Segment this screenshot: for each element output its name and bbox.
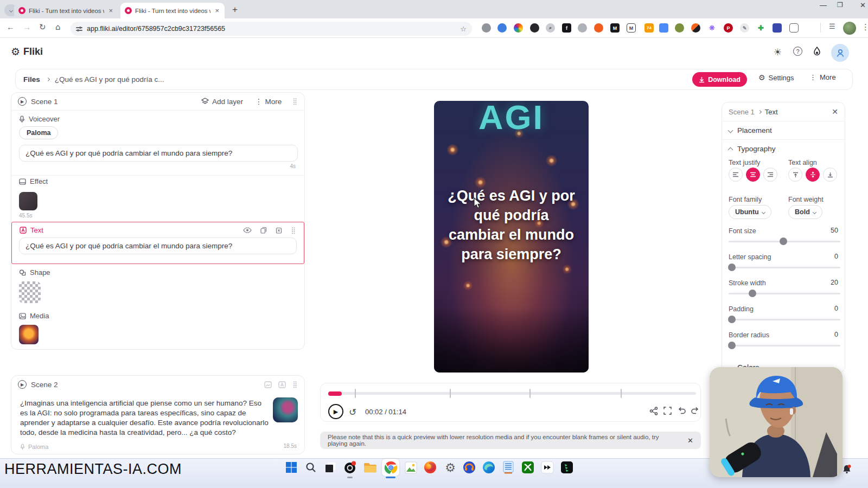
windows-start-button[interactable] <box>284 460 298 474</box>
typography-section-toggle[interactable]: Typography <box>722 140 845 158</box>
restart-icon[interactable]: ↺ <box>349 407 356 418</box>
browser-profile-avatar[interactable] <box>843 22 856 35</box>
reload-icon[interactable]: ↻ <box>39 22 46 32</box>
inspector-close-icon[interactable]: ✕ <box>832 107 838 116</box>
add-layer-button[interactable]: Add layer <box>201 98 243 106</box>
extension-icon[interactable] <box>773 23 782 33</box>
window-minimize-button[interactable]: — <box>820 1 827 9</box>
window-restore-button[interactable]: ❐ <box>837 1 843 9</box>
browser-menu-icon[interactable]: ⋮ <box>861 22 868 32</box>
scene-2-thumbnail[interactable] <box>273 397 298 422</box>
photos-app-icon[interactable] <box>404 460 418 474</box>
browser-tab[interactable]: Fliki - Turn text into videos wit × <box>14 3 118 18</box>
placement-section-toggle[interactable]: Placement <box>722 121 845 139</box>
scene-play-icon[interactable]: ▶ <box>18 97 27 106</box>
settings-button[interactable]: ⚙ Settings <box>758 73 794 82</box>
inspector-scene-crumb[interactable]: Scene 1 <box>729 108 755 116</box>
text-layer-icon[interactable] <box>278 381 286 388</box>
extension-icon[interactable] <box>594 23 603 33</box>
more-button[interactable]: ⋮ More <box>809 73 836 81</box>
shape-thumbnail[interactable] <box>19 281 41 303</box>
extension-icon[interactable] <box>482 23 491 33</box>
streak-flame-icon[interactable] <box>813 47 821 59</box>
fliki-brand[interactable]: ⚙ Fliki <box>11 46 43 57</box>
file-explorer-icon[interactable] <box>363 460 377 474</box>
extension-icon[interactable] <box>530 23 539 33</box>
delete-icon[interactable] <box>276 227 282 234</box>
drag-handle-icon[interactable]: ⣿ <box>292 381 298 388</box>
scene-2-text[interactable]: ¿Imaginas una inteligencia artificial qu… <box>20 399 271 438</box>
extension-icon[interactable]: M <box>610 23 620 33</box>
fullscreen-icon[interactable] <box>663 407 672 415</box>
media-thumbnail[interactable] <box>19 325 39 344</box>
help-icon[interactable]: ? <box>793 47 802 56</box>
notes-app-icon[interactable] <box>501 460 515 474</box>
scene-more-button[interactable]: ⋮ More <box>255 97 282 106</box>
visibility-eye-icon[interactable] <box>243 227 252 233</box>
chrome-icon[interactable] <box>384 460 398 474</box>
voiceover-text-input[interactable]: ¿Qué es AGI y por qué podría cambiar el … <box>19 145 298 162</box>
extension-icon[interactable]: ❋ <box>707 23 717 33</box>
notice-close-icon[interactable]: ✕ <box>687 436 693 445</box>
drag-handle-icon[interactable]: ⣿ <box>292 98 298 105</box>
xbox-icon[interactable] <box>521 460 535 474</box>
scene-play-icon[interactable]: ▶ <box>18 380 27 389</box>
firefox-icon[interactable] <box>423 460 437 474</box>
undo-icon[interactable] <box>678 407 686 415</box>
new-tab-button[interactable]: + <box>232 4 238 15</box>
task-view-icon[interactable] <box>323 460 337 474</box>
home-icon[interactable]: ⌂ <box>55 22 61 32</box>
extension-icon[interactable]: M <box>627 23 636 33</box>
headset-app-icon[interactable] <box>462 460 476 474</box>
align-middle-button[interactable] <box>806 168 820 182</box>
font-family-select[interactable]: Ubuntu <box>729 205 771 219</box>
extension-icon[interactable]: ✎ <box>740 23 749 33</box>
text-layer-input[interactable]: ¿Qué es AGI y por qué podría cambiar el … <box>19 237 297 254</box>
tab-close-icon[interactable]: × <box>107 7 114 15</box>
theme-toggle-icon[interactable]: ☀ <box>774 47 782 57</box>
extension-icon[interactable] <box>497 23 507 33</box>
border-radius-slider[interactable] <box>729 343 838 348</box>
edge-icon[interactable] <box>482 460 496 474</box>
breadcrumb-files[interactable]: Files <box>23 75 40 84</box>
dark-media-app-icon[interactable] <box>560 460 574 474</box>
extension-icon[interactable]: ✚ <box>756 23 765 33</box>
share-icon[interactable] <box>649 407 658 415</box>
extension-icon[interactable]: f <box>562 23 571 33</box>
text-layer-selected-box[interactable]: Text ⣿ ¿Qué es AGI y por qué podría camb… <box>11 222 304 264</box>
media-layer-icon[interactable] <box>264 381 272 388</box>
video-preview[interactable]: AGI ¿Qué es AGI y por qué podría cambiar… <box>434 101 589 373</box>
font-weight-select[interactable]: Bold <box>788 205 822 219</box>
extension-icon[interactable] <box>578 23 587 33</box>
duplicate-icon[interactable] <box>260 227 267 234</box>
back-icon[interactable]: ← <box>7 22 15 31</box>
extension-icon[interactable] <box>659 23 668 33</box>
tab-close-icon[interactable]: × <box>214 7 220 15</box>
align-top-button[interactable] <box>788 168 802 182</box>
extension-icon[interactable] <box>675 23 684 33</box>
user-avatar[interactable] <box>831 44 849 62</box>
extension-icon[interactable]: ⌕ <box>546 23 555 33</box>
address-bar[interactable]: app.fliki.ai/editor/6758957c2cb9c31723f5… <box>71 22 472 36</box>
bookmark-star-icon[interactable]: ☆ <box>460 25 467 33</box>
timeline-track[interactable] <box>328 392 696 395</box>
drag-handle-icon[interactable]: ⣿ <box>291 227 296 234</box>
taskbar-search-icon[interactable] <box>304 460 318 474</box>
justify-center-button[interactable] <box>746 168 760 182</box>
preview-caption-text[interactable]: ¿Qué es AGI y por qué podría cambiar el … <box>444 187 579 265</box>
padding-slider[interactable] <box>729 317 838 322</box>
letter-spacing-slider[interactable] <box>729 265 838 269</box>
extension-icon[interactable] <box>691 23 700 33</box>
align-bottom-button[interactable] <box>823 168 837 182</box>
obs-icon[interactable] <box>343 460 357 474</box>
voice-select[interactable]: Paloma <box>19 126 58 139</box>
forward-icon[interactable]: → <box>23 22 31 31</box>
effect-thumbnail[interactable] <box>19 192 37 210</box>
site-settings-icon[interactable] <box>76 26 82 31</box>
justify-right-button[interactable] <box>763 168 777 182</box>
reading-list-icon[interactable]: ☰ <box>829 22 835 30</box>
extension-icon[interactable]: 74 <box>644 23 654 33</box>
settings-gear-icon[interactable]: ⚙ <box>443 460 457 474</box>
capcut-icon[interactable] <box>540 460 554 474</box>
download-button[interactable]: Download <box>692 72 747 87</box>
